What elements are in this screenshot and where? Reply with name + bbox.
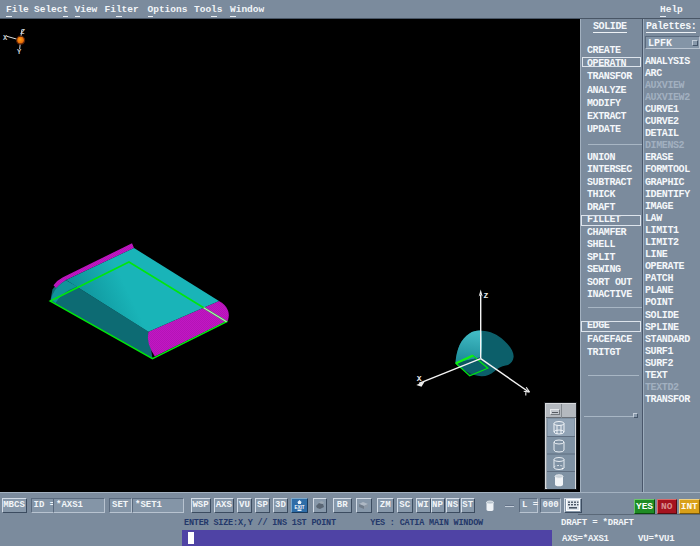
svg-text:Z: Z bbox=[484, 291, 489, 300]
svg-text:EXIT: EXIT bbox=[294, 505, 304, 510]
svg-text:X: X bbox=[417, 374, 422, 383]
svg-text:Z: Z bbox=[20, 28, 26, 36]
